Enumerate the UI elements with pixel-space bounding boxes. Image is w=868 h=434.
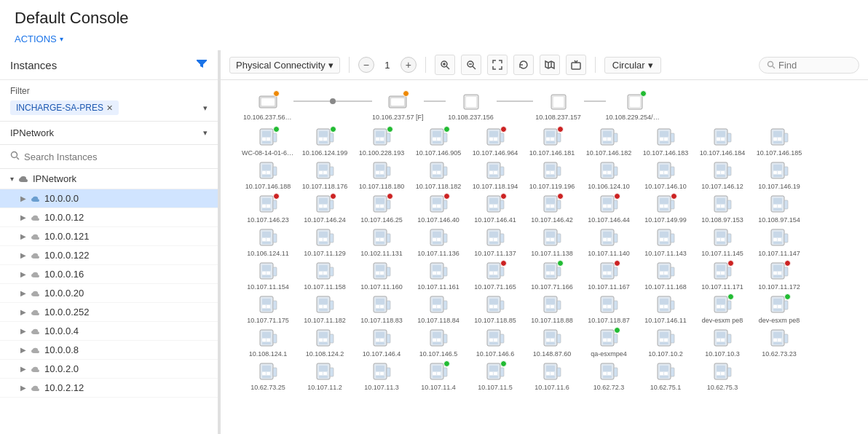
net-node[interactable]: 10.107.11.167: [583, 261, 635, 291]
net-node[interactable]: 10.107.10.2: [639, 328, 692, 358]
connected-node-1[interactable]: 10.106.237.56 [F]: [242, 92, 293, 121]
tree-item[interactable]: ▶ 10.0.0.12: [0, 208, 218, 227]
tree-item[interactable]: ▶ 10.0.0.8: [0, 341, 218, 360]
net-node[interactable]: 10.107.118.83: [355, 295, 408, 324]
net-node[interactable]: 10.107.146.4: [355, 328, 408, 358]
net-node[interactable]: 10.62.75.3: [696, 362, 749, 391]
net-node[interactable]: 10.107.118.87: [583, 295, 635, 324]
tree-item[interactable]: ▶ 10.0.0.0: [0, 189, 218, 208]
tree-item[interactable]: ▶ 10.0.0.20: [0, 284, 218, 303]
net-node[interactable]: WC-08-14-01-64-00-40: [242, 127, 294, 157]
net-node[interactable]: 10.107.71.166: [526, 261, 578, 291]
net-node[interactable]: 10.100.228.193: [355, 127, 408, 157]
connected-node-5[interactable]: 10.108.229.254/WGM-...: [606, 92, 664, 121]
net-node[interactable]: 10.107.118.88: [526, 295, 578, 324]
net-node[interactable]: 10.148.87.60: [526, 328, 578, 358]
net-node[interactable]: 10.107.11.143: [639, 228, 692, 257]
net-node[interactable]: 10.108.97.154: [753, 194, 805, 224]
net-node[interactable]: 10.107.11.158: [299, 261, 351, 291]
net-node[interactable]: 10.107.146.19: [753, 161, 805, 190]
net-node[interactable]: 10.107.11.168: [639, 261, 692, 291]
canvas-area[interactable]: 10.106.237.56 [F] 10.106.237.57 [F]: [221, 80, 868, 434]
net-node[interactable]: 10.107.146.40: [412, 194, 465, 224]
net-node[interactable]: 10.107.146.182: [583, 127, 635, 157]
net-node[interactable]: 10.62.75.1: [639, 362, 692, 391]
net-node[interactable]: 10.62.73.25: [242, 362, 294, 391]
net-node[interactable]: 10.107.10.3: [696, 328, 749, 358]
ipnetwork-header[interactable]: IPNetwork ▾: [0, 122, 218, 145]
net-node[interactable]: 10.107.146.10: [639, 161, 692, 190]
tree-item[interactable]: ▶ 10.0.0.16: [0, 265, 218, 284]
net-node[interactable]: 10.107.11.140: [583, 228, 635, 257]
net-node[interactable]: 10.107.11.172: [753, 261, 805, 291]
net-node[interactable]: 10.107.146.12: [696, 161, 749, 190]
net-node[interactable]: 10.62.73.23: [753, 328, 805, 358]
net-node[interactable]: 10.107.118.84: [412, 295, 465, 324]
net-node[interactable]: 10.106.124.11: [242, 228, 294, 257]
tree-item[interactable]: ▶ 10.0.0.121: [0, 227, 218, 246]
tree-item[interactable]: ▶ 10.0.0.122: [0, 246, 218, 265]
connected-node-3[interactable]: 10.108.237.156: [446, 92, 497, 121]
net-node[interactable]: 10.107.118.180: [355, 161, 408, 190]
net-node[interactable]: 10.107.146.41: [469, 194, 521, 224]
net-node[interactable]: 10.108.124.2: [299, 328, 351, 358]
net-node[interactable]: 10.107.11.147: [753, 228, 805, 257]
net-node[interactable]: dev-esxm pe8: [753, 295, 805, 324]
zoom-out-button[interactable]: −: [358, 57, 374, 73]
expand-button[interactable]: [487, 55, 508, 75]
net-node[interactable]: 10.107.146.185: [753, 127, 805, 157]
connected-node-4[interactable]: 10.108.237.157: [533, 92, 584, 121]
net-node[interactable]: 10.107.146.11: [639, 295, 692, 324]
net-node[interactable]: 10.107.11.137: [469, 228, 521, 257]
connectivity-dropdown[interactable]: Physical Connectivity ▾: [229, 57, 340, 74]
net-node[interactable]: 10.106.124.10: [583, 161, 635, 190]
net-node[interactable]: 10.107.71.165: [469, 261, 521, 291]
net-node[interactable]: 10.107.146.23: [242, 194, 294, 224]
net-node[interactable]: 10.108.97.153: [696, 194, 749, 224]
net-node[interactable]: 10.108.124.1: [242, 328, 294, 358]
tree-item[interactable]: ▶ 10.0.2.0: [0, 360, 218, 379]
net-node[interactable]: 10.107.118.194: [469, 161, 521, 190]
net-node[interactable]: 10.107.11.138: [526, 228, 578, 257]
net-node[interactable]: qa-esxmpe4: [583, 328, 635, 358]
export-button[interactable]: [566, 55, 586, 75]
net-node[interactable]: 10.107.11.161: [412, 261, 465, 291]
net-node[interactable]: 10.102.11.131: [355, 228, 408, 257]
zoom-fit-button[interactable]: [435, 55, 455, 75]
net-node[interactable]: 10.107.146.905: [412, 127, 465, 157]
net-node[interactable]: 10.107.118.85: [469, 295, 521, 324]
net-node[interactable]: 10.106.124.199: [299, 127, 351, 157]
refresh-button[interactable]: [513, 55, 534, 75]
tree-item[interactable]: ▶ 10.0.0.4: [0, 322, 218, 341]
tree-group-header[interactable]: ▾ IPNetwork: [0, 169, 218, 189]
zoom-out-btn[interactable]: [461, 55, 481, 75]
filter-dropdown-arrow[interactable]: ▾: [203, 103, 208, 113]
net-node[interactable]: 10.107.11.4: [412, 362, 465, 391]
find-input[interactable]: [778, 60, 851, 71]
net-node[interactable]: 10.107.11.5: [469, 362, 521, 391]
net-node[interactable]: 10.107.11.160: [355, 261, 408, 291]
net-node[interactable]: 10.62.72.3: [583, 362, 635, 391]
net-node[interactable]: 10.107.119.196: [526, 161, 578, 190]
filter-tag-remove[interactable]: ✕: [106, 103, 113, 113]
actions-button[interactable]: ACTIONS ▾: [15, 31, 63, 47]
net-node[interactable]: 10.107.11.171: [696, 261, 749, 291]
net-node[interactable]: 10.107.118.182: [412, 161, 465, 190]
net-node[interactable]: 10.107.11.6: [526, 362, 578, 391]
net-node[interactable]: 10.107.11.182: [299, 295, 351, 324]
net-node[interactable]: 10.107.11.3: [355, 362, 408, 391]
net-node[interactable]: 10.107.118.176: [299, 161, 351, 190]
net-node[interactable]: 10.107.11.154: [242, 261, 294, 291]
net-node[interactable]: 10.107.11.129: [299, 228, 351, 257]
net-node[interactable]: 10.107.71.175: [242, 295, 294, 324]
search-input[interactable]: [24, 151, 208, 162]
net-node[interactable]: 10.107.146.964: [469, 127, 521, 157]
map-button[interactable]: [540, 55, 560, 75]
connected-node-2[interactable]: 10.106.237.57 [F]: [372, 92, 424, 121]
net-node[interactable]: 10.107.146.44: [583, 194, 635, 224]
net-node[interactable]: 10.107.146.188: [242, 161, 294, 190]
net-node[interactable]: 10.107.11.145: [696, 228, 749, 257]
net-node[interactable]: 10.107.149.99: [639, 194, 692, 224]
net-node[interactable]: dev-esxm pe8: [696, 295, 749, 324]
net-node[interactable]: 10.107.146.183: [639, 127, 692, 157]
